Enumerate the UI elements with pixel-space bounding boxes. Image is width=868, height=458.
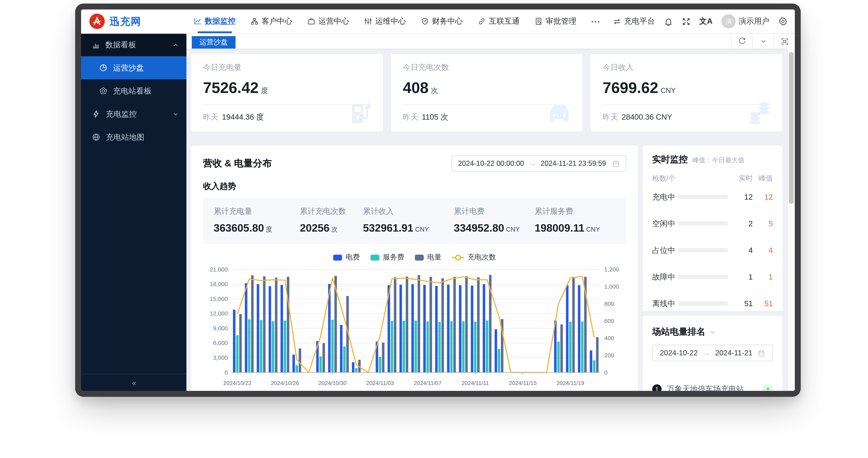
svg-text:18,000: 18,000 bbox=[210, 281, 228, 287]
platform-switch-button[interactable]: 充电平台 bbox=[612, 16, 655, 27]
revenue-date-range[interactable]: 2024-10-22 00:00:00 → 2024-11-21 23:59:5… bbox=[452, 155, 626, 172]
revenue-chart: 03,0006,0009,00012,00015,00018,00021,000… bbox=[203, 265, 626, 388]
tab-operation-sandbox[interactable]: 运营沙盘 bbox=[192, 36, 236, 49]
total-label: 累计电费 bbox=[454, 206, 535, 217]
tab-menu-button[interactable] bbox=[752, 34, 774, 49]
tab-tools bbox=[731, 34, 795, 49]
svg-text:3,000: 3,000 bbox=[213, 354, 228, 361]
nav-item-5[interactable]: 财务中心 bbox=[421, 9, 463, 33]
car-icon bbox=[545, 97, 574, 127]
scrollbar-track[interactable] bbox=[787, 49, 795, 391]
monitor-peak-value: 1 bbox=[753, 273, 773, 281]
legend-item-电量[interactable]: 电量 bbox=[415, 252, 441, 262]
legend-item-服务费[interactable]: 服务费 bbox=[370, 252, 404, 262]
arrow-right-icon: → bbox=[703, 349, 710, 357]
monitor-realtime-value: 4 bbox=[734, 246, 753, 255]
total-stat-1: 累计充电量 363605.80度 bbox=[214, 206, 300, 234]
monitor-col-realtime: 实时 bbox=[734, 174, 753, 183]
nav-item-7[interactable]: 审批管理 bbox=[534, 9, 577, 33]
calendar-icon bbox=[757, 349, 765, 357]
user-name: 演示用户 bbox=[739, 16, 769, 27]
card-value: 7526.42度 bbox=[203, 79, 371, 97]
sidebar-item-label: 运营沙盘 bbox=[113, 63, 144, 73]
sidebar-items: 运营沙盘充电站看板充电监控充电站地图 bbox=[81, 56, 186, 149]
date-end: 2024-11-21 bbox=[715, 349, 752, 357]
nav-item-4[interactable]: 运维中心 bbox=[364, 9, 406, 33]
legend-item-充电次数[interactable]: 充电次数 bbox=[452, 252, 496, 262]
sidebar-item-3[interactable]: 充电监控 bbox=[81, 103, 186, 125]
revenue-panel-title: 营收 & 电量分布 bbox=[203, 158, 272, 170]
card-title: 今日收入 bbox=[603, 62, 771, 73]
sidebar-item-1[interactable]: 运营沙盘 bbox=[81, 56, 186, 79]
chevron-down-icon[interactable] bbox=[709, 328, 716, 336]
legend-label: 电费 bbox=[346, 252, 360, 262]
monitor-bar bbox=[678, 302, 728, 306]
sidebar-item-2[interactable]: 充电站看板 bbox=[81, 79, 186, 103]
stat-cards-row: 今日充电量 7526.42度 昨天19444.36 度 今日充电次数 408次 … bbox=[191, 54, 782, 132]
translate-icon: 文A bbox=[699, 16, 713, 27]
notifications-button[interactable] bbox=[664, 17, 673, 26]
charger-icon bbox=[347, 99, 374, 127]
sidebar-collapse-button[interactable]: « bbox=[81, 374, 186, 391]
monitor-row-label: 充电中 bbox=[652, 192, 678, 202]
main-area: 运营沙盘 今日充电量 7526.42度 昨天19444.36 度 今日充电次数 bbox=[186, 34, 795, 391]
monitor-row-2: 空闲中 2 5 bbox=[652, 210, 773, 237]
sidebar-item-label: 充电站地图 bbox=[106, 132, 145, 143]
total-value: 198009.11CNY bbox=[535, 222, 616, 234]
sidebar-item-label: 充电站看板 bbox=[113, 86, 152, 96]
legend-item-电费[interactable]: 电费 bbox=[333, 252, 360, 262]
date-start: 2024-10-22 00:00:00 bbox=[458, 159, 524, 168]
monitor-realtime-value: 51 bbox=[734, 299, 753, 308]
monitor-realtime-value: 1 bbox=[734, 273, 753, 281]
monitor-bar bbox=[678, 195, 728, 199]
revenue-panel: 营收 & 电量分布 2024-10-22 00:00:00 → 2024-11-… bbox=[191, 146, 638, 391]
gear-icon bbox=[778, 17, 788, 26]
total-stat-3: 累计收入 532961.91CNY bbox=[363, 206, 454, 234]
settings-button[interactable] bbox=[778, 17, 788, 26]
legend-swatch bbox=[333, 255, 342, 260]
chevron-down-icon bbox=[172, 111, 179, 118]
org-icon bbox=[250, 17, 259, 26]
nav-item-label: 数据监控 bbox=[205, 16, 236, 27]
nav-item-3[interactable]: 运营中心 bbox=[307, 9, 349, 33]
language-button[interactable]: 文A bbox=[699, 16, 713, 27]
total-stat-2: 累计充电次数 20256次 bbox=[300, 206, 363, 234]
fullscreen-button[interactable] bbox=[682, 17, 690, 26]
header-right: 充电平台 文A 演 演示用户 bbox=[612, 14, 788, 28]
maximize-button[interactable] bbox=[774, 34, 795, 49]
nav-overflow-button[interactable]: ··· bbox=[591, 17, 601, 26]
chevron-up-icon bbox=[172, 41, 179, 49]
nav-item-6[interactable]: 互联互通 bbox=[477, 9, 520, 33]
nav-item-1[interactable]: 数据监控 bbox=[193, 9, 236, 33]
svg-text:0: 0 bbox=[224, 369, 228, 376]
stat-card-2: 今日充电次数 408次 昨天1105 次 bbox=[391, 54, 583, 132]
legend-swatch bbox=[415, 255, 424, 260]
refresh-button[interactable] bbox=[731, 34, 752, 49]
date-end: 2024-11-21 23:59:59 bbox=[540, 159, 606, 168]
monitor-col-guns: 枪数/个 bbox=[652, 174, 678, 183]
total-label: 累计充电量 bbox=[214, 206, 300, 217]
arrow-right-icon: → bbox=[529, 159, 536, 168]
total-value: 334952.80CNY bbox=[454, 222, 535, 234]
briefcase-icon bbox=[307, 17, 315, 26]
nav-item-2[interactable]: 客户中心 bbox=[250, 9, 292, 33]
total-label: 累计收入 bbox=[363, 206, 454, 217]
ranking-date-range[interactable]: 2024-10-22 → 2024-11-21 bbox=[652, 345, 773, 361]
svg-text:800: 800 bbox=[604, 300, 614, 307]
user-menu[interactable]: 演 演示用户 bbox=[721, 14, 769, 28]
sidebar-item-4[interactable]: 充电站地图 bbox=[81, 125, 186, 149]
svg-text:12,000: 12,000 bbox=[210, 310, 228, 317]
stat-card-3: 今日收入 7699.62CNY 昨天28400.36 CNY bbox=[591, 54, 782, 132]
lightning-icon bbox=[92, 110, 101, 118]
brand-name: 迅充网 bbox=[110, 15, 142, 28]
monitor-bar bbox=[678, 222, 728, 226]
scrollbar-thumb[interactable] bbox=[789, 52, 794, 204]
top-navbar: 迅充网 数据监控客户中心运营中心运维中心财务中心互联互通审批管理 ··· 充电平… bbox=[81, 9, 795, 34]
brand-logo[interactable]: 迅充网 bbox=[89, 13, 142, 29]
svg-text:2024/11/19: 2024/11/19 bbox=[557, 380, 584, 386]
ranking-item-1[interactable]: 1 万象天地停车场充电站 bbox=[652, 384, 773, 391]
monitor-row-label: 离线中 bbox=[652, 298, 678, 309]
bar-chart-icon bbox=[92, 41, 100, 49]
sidebar-group-data-board[interactable]: 数据看板 bbox=[81, 34, 186, 56]
nav-item-label: 互联互通 bbox=[489, 16, 520, 27]
